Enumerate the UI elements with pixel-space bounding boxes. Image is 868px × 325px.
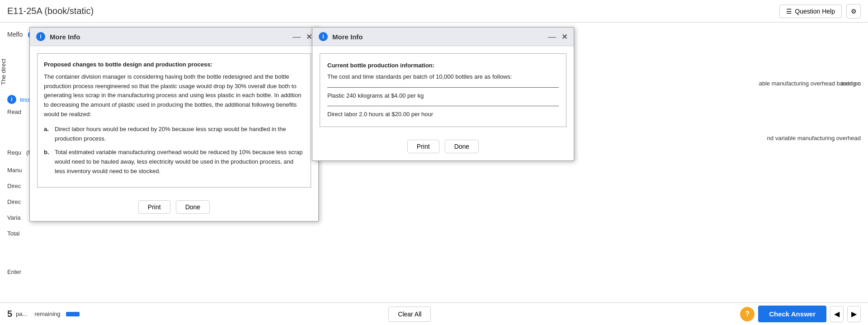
manufacturing-text: turing o [841,80,861,87]
modal-right-body: Current bottle production information: T… [312,46,574,134]
modal-right-controls: — ✕ [548,33,567,41]
read-label: Read [7,108,21,115]
right-content-title: Current bottle production information: [327,61,559,71]
footer: 5 pa... remaining Clear All ? Check Answ… [0,302,868,325]
modal-right-info-icon: i [319,32,328,41]
modal-left-title: More Info [50,33,288,41]
modal-left-info-icon: i [36,32,45,41]
modal-left: i More Info — ✕ Proposed changes to bott… [29,27,319,221]
header: E11-25A (book/static) ☰ Question Help ⚙ [0,0,868,23]
footer-right: ? Check Answer ◀ ▶ [740,306,861,322]
modal-left-controls: — ✕ [292,33,312,41]
left-content-box: Proposed changes to bottle design and pr… [37,53,311,188]
list-label-b: b. [44,148,51,176]
footer-left: 5 pa... remaining [7,309,80,319]
progress-bar [66,312,80,316]
clear-all-button[interactable]: Clear All [388,306,431,322]
vertical-text: The direct [0,59,9,85]
left-print-button[interactable]: Print [138,200,170,214]
modal-right-title: More Info [332,33,543,41]
modal-left-header: i More Info — ✕ [30,28,318,46]
modal-right: i More Info — ✕ Current bottle productio… [312,27,574,161]
list-item-a: a. Direct labor hours would be reduced b… [44,125,304,144]
info-row-2: Direct labor 2.0 hours at $20.00 per hou… [327,106,559,119]
modal-right-minimize-button[interactable]: — [548,33,556,41]
list-text-a: Direct labor hours would be reduced by 2… [55,125,304,144]
left-content-intro: The container division manager is consid… [44,72,304,119]
list-label-a: a. [44,125,51,144]
header-actions: ☰ Question Help ⚙ [779,4,861,19]
gear-icon: ⚙ [851,8,857,15]
modal-left-footer: Print Done [30,195,318,221]
next-button[interactable]: ▶ [847,306,861,322]
var-overhead-text: nd variable manufacturing overhead [767,135,861,141]
right-done-button[interactable]: Done [445,140,479,153]
page-title: E11-25A (book/static) [7,6,94,16]
left-list: a. Direct labor hours would be reduced b… [44,125,304,176]
list-icon: ☰ [786,8,792,15]
total-row: Total [7,230,42,237]
right-info-box: Current bottle production information: T… [320,53,566,127]
pages-remaining: 5 [7,309,12,319]
check-answer-button[interactable]: Check Answer [758,306,826,322]
enter-label: Enter [7,268,21,275]
footer-center: Clear All [388,306,431,322]
modal-left-minimize-button[interactable]: — [292,33,301,41]
info-row-1: Plastic 240 kilograms at $4.00 per kg [327,87,559,101]
modal-left-body: Proposed changes to bottle design and pr… [30,46,318,195]
modal-right-footer: Print Done [312,134,574,160]
right-print-button[interactable]: Print [407,140,439,153]
list-text-b: Total estimated variable manufacturing o… [55,148,304,176]
info-icon-2[interactable]: i [7,95,16,104]
help-button[interactable]: ? [740,307,755,321]
modal-right-close-button[interactable]: ✕ [561,33,567,41]
modal-right-header: i More Info — ✕ [312,28,574,46]
question-help-button[interactable]: ☰ Question Help [779,5,842,18]
pages-label: pa... [16,311,27,317]
left-content-title: Proposed changes to bottle design and pr… [44,60,304,70]
list-item-b: b. Total estimated variable manufacturin… [44,148,304,176]
prev-button[interactable]: ◀ [830,306,844,322]
gear-button[interactable]: ⚙ [846,4,861,19]
remaining-label: remaining [34,311,60,317]
right-content-intro: The cost and time standards per batch of… [327,72,559,82]
left-done-button[interactable]: Done [176,200,210,214]
modal-left-close-button[interactable]: ✕ [306,33,312,41]
